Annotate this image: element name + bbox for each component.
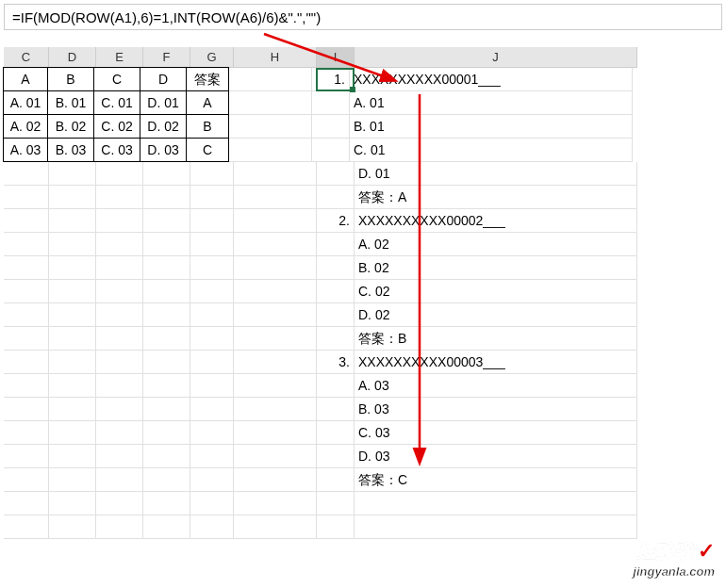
cell[interactable] [96,515,143,539]
cell[interactable]: A. 01 [3,90,48,115]
cell[interactable] [4,186,49,209]
cell[interactable]: D. 03 [140,138,187,162]
cell[interactable] [317,280,355,303]
cell[interactable]: C. 03 [355,421,637,445]
cell[interactable] [49,162,96,186]
cell[interactable] [317,398,355,421]
col-header-J[interactable]: J [355,47,637,68]
cell[interactable] [229,68,312,91]
cell[interactable] [234,445,317,468]
cell[interactable] [190,233,234,256]
cell[interactable] [96,209,143,233]
cell[interactable] [49,209,96,233]
cell[interactable] [317,162,355,186]
cell[interactable] [190,280,234,303]
cell[interactable]: C [186,138,229,162]
cell[interactable]: B. 02 [47,114,94,139]
cell[interactable] [96,186,143,209]
cell[interactable] [317,303,355,327]
cell[interactable] [4,209,49,233]
cell[interactable] [317,445,355,468]
cell[interactable] [234,303,317,327]
cell[interactable] [143,398,190,421]
cell[interactable] [49,233,96,256]
cell[interactable] [190,445,234,468]
col-header-D[interactable]: D [49,47,96,68]
cell[interactable] [143,256,190,280]
cell[interactable] [49,374,96,398]
cell[interactable] [96,351,143,374]
cell[interactable]: 答案：B [355,327,637,351]
cell[interactable]: D. 03 [355,445,637,468]
grid-body[interactable]: ABCD答案1.XXXXXXXXXX00001___A. 01B. 01C. 0… [4,68,726,539]
cell[interactable] [143,162,190,186]
cell[interactable] [317,233,355,256]
cell[interactable] [312,115,350,139]
cell[interactable] [143,327,190,351]
cell[interactable] [234,492,317,515]
cell[interactable] [4,374,49,398]
cell[interactable] [96,468,143,492]
cell[interactable] [234,280,317,303]
cell[interactable] [143,280,190,303]
cell[interactable] [96,233,143,256]
cell[interactable] [229,91,312,115]
cell[interactable] [49,468,96,492]
formula-input[interactable] [5,8,721,27]
cell[interactable] [96,421,143,445]
formula-bar[interactable] [4,4,722,30]
cell[interactable] [4,468,49,492]
cell[interactable]: D [140,67,187,91]
cell[interactable] [143,233,190,256]
col-header-F[interactable]: F [143,47,190,68]
cell[interactable] [190,303,234,327]
cell[interactable]: C. 01 [93,90,140,115]
col-header-C[interactable]: C [4,47,49,68]
cell[interactable]: D. 01 [355,162,637,186]
cell[interactable]: 2. [317,209,355,233]
cell[interactable] [229,115,312,139]
cell[interactable] [317,468,355,492]
cell[interactable] [4,515,49,539]
cell[interactable]: 1. [312,68,350,91]
cell[interactable] [143,186,190,209]
cell[interactable] [49,256,96,280]
cell[interactable] [143,492,190,515]
cell[interactable]: B [186,114,229,139]
cell[interactable] [190,256,234,280]
cell[interactable] [96,162,143,186]
col-header-G[interactable]: G [190,47,234,68]
cell[interactable] [49,186,96,209]
cell[interactable]: B [47,67,94,91]
cell[interactable] [190,468,234,492]
cell[interactable]: A. 03 [355,374,637,398]
cell[interactable] [49,445,96,468]
cell[interactable] [4,492,49,515]
cell[interactable]: A. 03 [3,138,48,162]
cell[interactable]: D. 02 [140,114,187,139]
cell[interactable] [96,445,143,468]
cell[interactable] [190,515,234,539]
cell[interactable]: D. 01 [140,90,187,115]
cell[interactable]: A. 02 [3,114,48,139]
cell[interactable] [229,139,312,162]
cell[interactable] [234,398,317,421]
cell[interactable]: XXXXXXXXXX00002___ [355,209,637,233]
cell[interactable] [4,303,49,327]
cell[interactable] [317,421,355,445]
cell[interactable]: B. 01 [350,115,633,139]
cell[interactable] [190,374,234,398]
cell[interactable]: C. 02 [355,280,637,303]
cell[interactable] [96,327,143,351]
cell[interactable]: XXXXXXXXXX00003___ [355,351,637,374]
cell[interactable]: 答案 [186,67,229,91]
cell[interactable] [4,280,49,303]
cell[interactable] [190,492,234,515]
cell[interactable] [4,445,49,468]
cell[interactable] [312,139,350,162]
cell[interactable] [234,162,317,186]
col-header-I[interactable]: I [317,47,355,68]
cell[interactable] [49,280,96,303]
cell[interactable] [317,327,355,351]
cell[interactable] [190,209,234,233]
